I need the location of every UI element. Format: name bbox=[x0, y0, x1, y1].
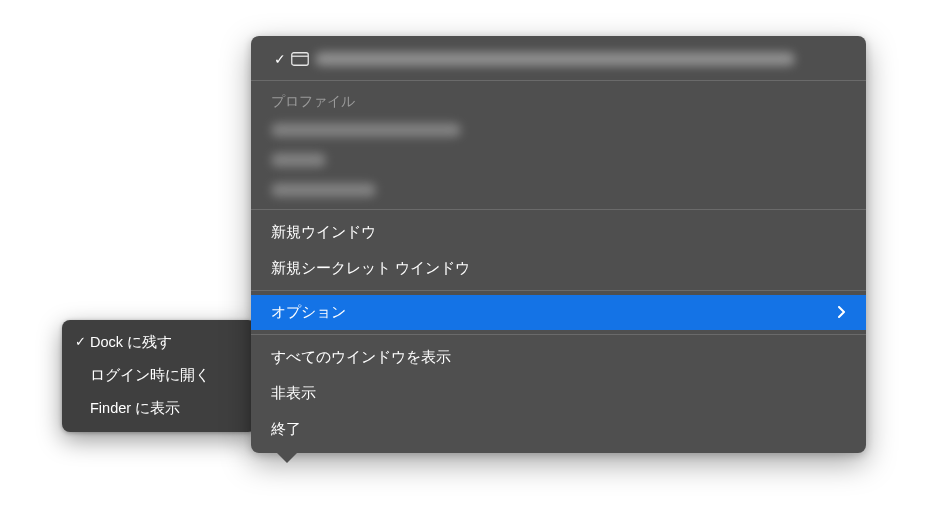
blurred-profile-name bbox=[271, 153, 326, 167]
svg-rect-0 bbox=[292, 53, 309, 66]
menu-item-window[interactable]: ✓ bbox=[251, 42, 866, 76]
menu-item-label: すべてのウインドウを表示 bbox=[271, 345, 451, 369]
menu-item-quit[interactable]: 終了 bbox=[251, 411, 866, 447]
submenu-item-label: Finder に表示 bbox=[90, 397, 180, 420]
menu-item-label: 終了 bbox=[271, 417, 301, 441]
window-icon bbox=[291, 52, 309, 66]
submenu-item-label: Dock に残す bbox=[90, 331, 172, 354]
profile-section-header: プロファイル bbox=[251, 85, 866, 115]
submenu-item-keep-in-dock[interactable]: ✓ Dock に残す bbox=[62, 326, 256, 359]
menu-item-profile-2[interactable] bbox=[251, 145, 866, 175]
options-submenu: ✓ Dock に残す ✓ ログイン時に開く ✓ Finder に表示 bbox=[62, 320, 256, 432]
chevron-right-icon bbox=[838, 304, 846, 322]
submenu-item-open-at-login[interactable]: ✓ ログイン時に開く bbox=[62, 359, 256, 392]
submenu-item-label: ログイン時に開く bbox=[90, 364, 210, 387]
menu-item-label: 新規シークレット ウインドウ bbox=[271, 256, 470, 280]
submenu-item-show-in-finder[interactable]: ✓ Finder に表示 bbox=[62, 392, 256, 425]
menu-item-label: オプション bbox=[271, 303, 346, 322]
menu-item-label: 新規ウインドウ bbox=[271, 220, 376, 244]
blurred-profile-name bbox=[271, 183, 376, 197]
blurred-window-title bbox=[315, 52, 795, 66]
menu-separator bbox=[251, 80, 866, 81]
menu-item-new-window[interactable]: 新規ウインドウ bbox=[251, 214, 866, 250]
menu-item-hide[interactable]: 非表示 bbox=[251, 375, 866, 411]
menu-separator bbox=[251, 290, 866, 291]
menu-separator bbox=[251, 209, 866, 210]
dock-context-menu: ✓ プロファイル 新規ウインドウ 新規シークレット ウインドウ オプション bbox=[251, 36, 866, 453]
menu-item-label: 非表示 bbox=[271, 381, 316, 405]
menu-item-show-all-windows[interactable]: すべてのウインドウを表示 bbox=[251, 339, 866, 375]
menu-item-new-incognito-window[interactable]: 新規シークレット ウインドウ bbox=[251, 250, 866, 286]
menu-item-profile-1[interactable] bbox=[251, 115, 866, 145]
checkmark-icon: ✓ bbox=[72, 332, 88, 353]
menu-item-options[interactable]: オプション bbox=[251, 295, 866, 330]
checkmark-icon: ✓ bbox=[271, 48, 289, 70]
menu-separator bbox=[251, 334, 866, 335]
menu-item-profile-3[interactable] bbox=[251, 175, 866, 205]
blurred-profile-name bbox=[271, 123, 461, 137]
